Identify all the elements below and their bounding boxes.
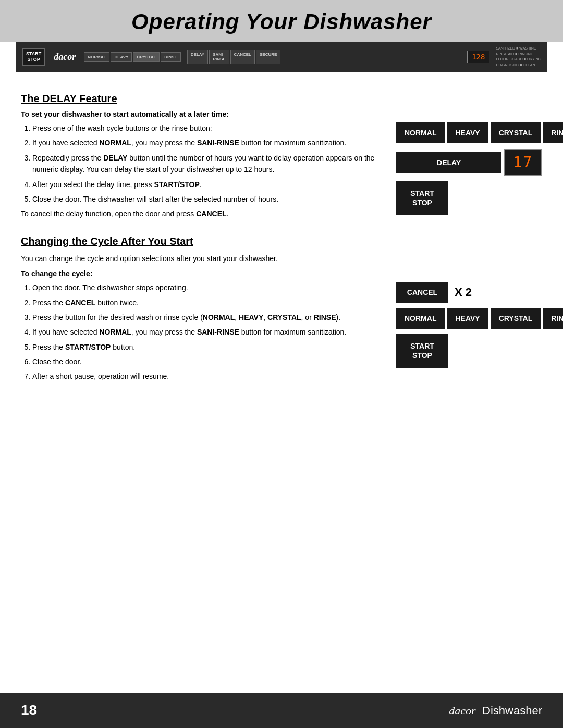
page-title: Operating Your Dishwasher (21, 9, 542, 34)
cycle-step-3: Press the button for the desired wash or… (32, 312, 381, 323)
delay-row: DELAY 17 (396, 149, 542, 176)
panel-btn-group2: DELAY SANIRINSE CANCEL SECURE (187, 50, 281, 64)
x2-label: X 2 (455, 286, 472, 299)
cycle-section-title: Changing the Cycle After You Start (21, 236, 542, 248)
panel-sani-rinse-btn[interactable]: SANIRINSE (209, 50, 229, 64)
start-stop-btn-2[interactable]: STARTSTOP (396, 334, 448, 367)
panel-brand: dacor (54, 52, 76, 63)
panel-heavy-btn[interactable]: HEAVY (111, 52, 132, 62)
cycle-step-7: After a short pause, operation will resu… (32, 371, 381, 382)
delay-col-right: NORMAL HEAVY CRYSTAL RINSE DELAY 17 STAR… (396, 122, 542, 225)
panel-cancel-btn[interactable]: CANCEL (230, 50, 255, 64)
delay-step-1: Press one of the wash cycle buttons or t… (32, 122, 381, 134)
delay-btn-row1: NORMAL HEAVY CRYSTAL RINSE (396, 122, 542, 143)
cycle-btn-row2: NORMAL HEAVY CRYSTAL RINSE (396, 308, 542, 329)
delay-btn[interactable]: DELAY (396, 152, 501, 173)
cycle-step-6: Close the door. (32, 356, 381, 367)
crystal-btn[interactable]: CRYSTAL (491, 122, 541, 143)
cycle-sub: To change the cycle: (21, 269, 542, 278)
main-content: The DELAY Feature To set your dishwasher… (0, 72, 563, 401)
footer-brand-name: dacor (449, 704, 475, 717)
cancel-x2-row: CANCEL X 2 (396, 282, 542, 303)
delay-step-5: Close the door. The dishwasher will star… (32, 193, 381, 205)
delay-note: To cancel the delay function, open the d… (21, 208, 381, 219)
panel-secure-btn[interactable]: SECURE (256, 50, 280, 64)
page-header: Operating Your Dishwasher (0, 0, 563, 42)
cancel-btn[interactable]: CANCEL (396, 282, 448, 303)
delay-display: 17 (504, 149, 542, 176)
panel-delay-btn[interactable]: DELAY (187, 50, 208, 64)
page-number: 18 (21, 702, 37, 719)
panel-display: 128 (467, 51, 489, 63)
start-stop-btn-1[interactable]: STARTSTOP (396, 181, 448, 215)
delay-step-3: Repeatedly press the DELAY button until … (32, 152, 381, 176)
page-footer: 18 dacor Dishwasher (0, 693, 563, 728)
cycle-step-4: If you have selected NORMAL, you may pre… (32, 326, 381, 338)
delay-section: The DELAY Feature To set your dishwasher… (21, 93, 542, 225)
normal-btn[interactable]: NORMAL (396, 122, 445, 143)
footer-brand: dacor Dishwasher (446, 702, 542, 718)
cycle-two-col: Open the door. The dishwasher stops oper… (21, 282, 542, 386)
footer-product: Dishwasher (482, 704, 542, 717)
cycle-col-left: Open the door. The dishwasher stops oper… (21, 282, 381, 386)
cycle-section: Changing the Cycle After You Start You c… (21, 236, 542, 386)
panel-normal-btn[interactable]: NORMAL (84, 52, 109, 62)
cycle-step-1: Open the door. The dishwasher stops oper… (32, 282, 381, 293)
rinse-btn[interactable]: RINSE (543, 122, 563, 143)
cycle-intro: You can change the cycle and option sele… (21, 253, 542, 264)
panel-crystal-btn[interactable]: CRYSTAL (133, 52, 160, 62)
delay-subtitle: To set your dishwasher to start automati… (21, 110, 542, 118)
control-panel: STARTSTOP dacor NORMAL HEAVY CRYSTAL RIN… (16, 42, 547, 72)
delay-col-left: Press one of the wash cycle buttons or t… (21, 122, 381, 225)
delay-steps-list: Press one of the wash cycle buttons or t… (21, 122, 381, 205)
delay-two-col: Press one of the wash cycle buttons or t… (21, 122, 542, 225)
rinse-btn-2[interactable]: RINSE (543, 308, 563, 329)
delay-step-4: After you select the delay time, press S… (32, 179, 381, 190)
heavy-btn[interactable]: HEAVY (447, 122, 488, 143)
cycle-step-5: Press the START/STOP button. (32, 341, 381, 353)
panel-start-stop-btn[interactable]: STARTSTOP (22, 48, 45, 66)
cycle-start-stop-container: STARTSTOP (396, 334, 542, 367)
delay-start-stop-container: STARTSTOP (396, 181, 542, 215)
panel-rinse-btn[interactable]: RINSE (161, 52, 180, 62)
cycle-step-2: Press the CANCEL button twice. (32, 297, 381, 309)
cycle-steps-list: Open the door. The dishwasher stops oper… (21, 282, 381, 382)
panel-btn-group: NORMAL HEAVY CRYSTAL RINSE (84, 52, 180, 62)
heavy-btn-2[interactable]: HEAVY (447, 308, 488, 329)
normal-btn-2[interactable]: NORMAL (396, 308, 445, 329)
crystal-btn-2[interactable]: CRYSTAL (491, 308, 541, 329)
delay-section-title: The DELAY Feature (21, 93, 542, 105)
panel-status: SANITIZED ■ WASHINGRINSE AID ■ RINSINGFL… (496, 46, 541, 68)
delay-step-2: If you have selected NORMAL, you may pre… (32, 137, 381, 149)
cycle-col-right: CANCEL X 2 NORMAL HEAVY CRYSTAL RINSE ST… (396, 282, 542, 386)
